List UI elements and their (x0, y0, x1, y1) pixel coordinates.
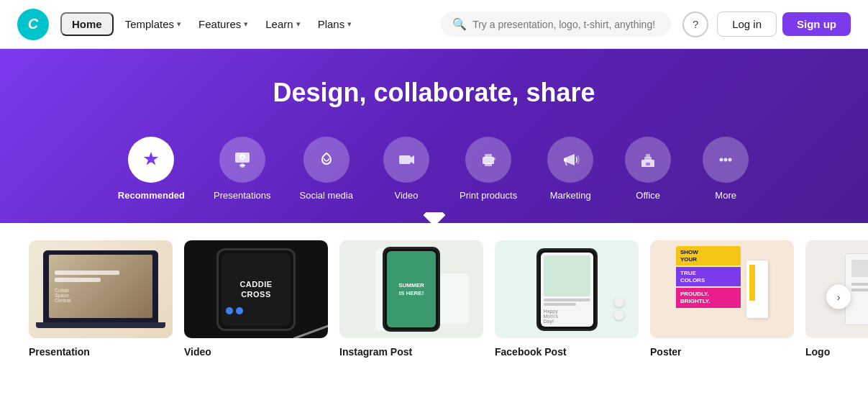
card-instagram[interactable]: SUMMERIS HERE! Instagram Post (339, 240, 483, 358)
indicator-arrow (424, 212, 445, 223)
office-icon (625, 137, 671, 183)
svg-rect-1 (235, 153, 250, 163)
card-poster[interactable]: SHOWYOUR TRUECOLORS PROUDLY.BRIGHTLY. Po… (650, 240, 794, 358)
learn-chevron: ▾ (296, 19, 301, 29)
category-print-products[interactable]: Print products (448, 131, 529, 206)
ig-text: SUMMERIS HERE! (398, 281, 424, 297)
marketing-label: Marketing (550, 190, 591, 201)
more-icon (703, 137, 749, 183)
thumb-facebook: HappyMom'sDay! (495, 240, 639, 338)
fb-screen: HappyMom'sDay! (541, 253, 593, 327)
search-bar: 🔍 (441, 12, 671, 37)
svg-rect-14 (646, 163, 650, 165)
cards-row: CollabSpaceCentral Presentation CADDIECR… (29, 240, 839, 358)
recommended-icon (128, 137, 174, 183)
social-media-label: Social media (300, 190, 353, 201)
office-label: Office (636, 190, 660, 201)
search-icon: 🔍 (452, 17, 467, 31)
login-button[interactable]: Log in (717, 12, 777, 37)
svg-rect-8 (485, 163, 492, 166)
category-marketing[interactable]: Marketing (534, 131, 606, 206)
thumb-presentation: CollabSpaceCentral (29, 240, 173, 338)
card-instagram-label: Instagram Post (339, 346, 412, 358)
svg-point-15 (720, 158, 723, 162)
templates-chevron: ▾ (177, 19, 181, 29)
learn-label: Learn (265, 18, 293, 30)
card-video-label: Video (184, 346, 211, 358)
dot-2 (236, 307, 243, 314)
next-arrow-icon: › (837, 291, 841, 303)
card-logo-label: Logo (805, 346, 830, 358)
card-presentation[interactable]: CollabSpaceCentral Presentation (29, 240, 173, 358)
pen-icon (293, 323, 328, 338)
svg-point-9 (493, 158, 495, 160)
plans-chevron: ▾ (347, 19, 352, 29)
video-title-text: CADDIECROSS (239, 279, 272, 300)
search-input[interactable] (472, 19, 659, 30)
fb-img-area (544, 255, 590, 296)
svg-point-17 (728, 158, 732, 162)
svg-rect-13 (646, 154, 650, 158)
print-products-icon (465, 137, 511, 183)
category-office[interactable]: Office (612, 131, 684, 206)
more-label: More (715, 190, 736, 201)
video-label: Video (394, 190, 418, 201)
features-chevron: ▾ (244, 19, 248, 29)
svg-rect-10 (564, 158, 567, 161)
signup-button[interactable]: Sign up (782, 12, 851, 36)
svg-point-0 (148, 157, 154, 163)
plans-label: Plans (318, 18, 345, 30)
nav-item-plans[interactable]: Plans ▾ (309, 14, 361, 35)
thumb-video: CADDIECROSS (184, 240, 328, 338)
svg-rect-7 (485, 154, 492, 158)
presentations-icon (219, 137, 265, 183)
svg-rect-5 (399, 155, 411, 164)
nav-item-templates[interactable]: Templates ▾ (117, 14, 190, 35)
video-icon (383, 137, 429, 183)
phone-ig: SUMMERIS HERE! (383, 247, 440, 332)
features-label: Features (198, 18, 241, 30)
category-recommended[interactable]: Recommended (106, 131, 196, 206)
phone-screen: CADDIECROSS (221, 253, 291, 326)
category-presentations[interactable]: Presentations (202, 131, 283, 206)
active-indicator (0, 206, 868, 223)
card-presentation-label: Presentation (29, 346, 90, 358)
templates-label: Templates (125, 18, 174, 30)
fb-phone: HappyMom'sDay! (536, 248, 598, 331)
nav-item-learn[interactable]: Learn ▾ (257, 14, 309, 35)
thumb-instagram: SUMMERIS HERE! (339, 240, 483, 338)
fb-line-1 (544, 299, 590, 301)
help-button[interactable]: ? (682, 12, 708, 37)
dot-1 (226, 307, 233, 314)
next-button[interactable]: › (826, 285, 851, 309)
category-social-media[interactable]: Social media (288, 131, 365, 206)
print-products-label: Print products (460, 190, 517, 201)
hero-section: Design, collaborate, share Recommended (0, 49, 868, 223)
card-facebook-label: Facebook Post (495, 346, 567, 358)
home-button[interactable]: Home (60, 12, 114, 36)
category-bar: Recommended Presentations (0, 131, 868, 206)
laptop-shape: CollabSpaceCentral (43, 250, 158, 322)
svg-point-16 (724, 158, 728, 162)
canva-logo[interactable]: C (17, 9, 49, 40)
recommended-label: Recommended (118, 190, 185, 201)
category-more[interactable]: More (690, 131, 762, 206)
navbar: C Home Templates ▾ Features ▾ Learn ▾ Pl… (0, 0, 868, 49)
presentations-label: Presentations (214, 190, 271, 201)
phone-shape: CADDIECROSS (216, 248, 296, 331)
poster-purple: TRUECOLORS (676, 267, 741, 286)
nav-item-features[interactable]: Features ▾ (190, 14, 257, 35)
card-poster-label: Poster (650, 346, 682, 358)
card-video[interactable]: CADDIECROSS Video (184, 240, 328, 358)
card-facebook[interactable]: HappyMom'sDay! Facebook Post (495, 240, 639, 358)
ig-screen: SUMMERIS HERE! (387, 251, 436, 327)
help-icon: ? (693, 18, 698, 30)
thumb-poster: SHOWYOUR TRUECOLORS PROUDLY.BRIGHTLY. (650, 240, 794, 338)
category-video[interactable]: Video (370, 131, 442, 206)
poster-yellow: SHOWYOUR (676, 246, 741, 265)
marketing-icon (547, 137, 593, 183)
fb-line-2 (544, 303, 577, 306)
blue-dots (226, 307, 243, 314)
social-media-icon (303, 137, 350, 183)
poster-pink: PROUDLY.BRIGHTLY. (676, 288, 741, 307)
